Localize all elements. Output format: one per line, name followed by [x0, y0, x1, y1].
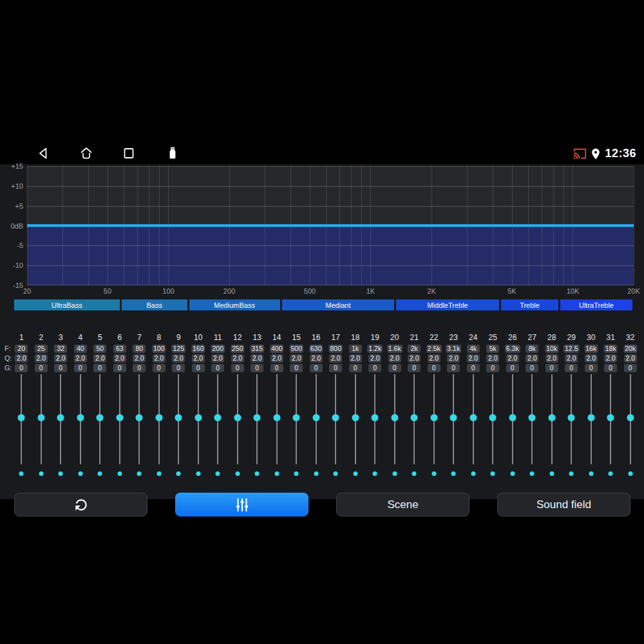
band-g-value[interactable]: 0: [604, 364, 617, 372]
band-q-value[interactable]: 2.0: [388, 354, 401, 363]
band-g-value[interactable]: 0: [35, 364, 48, 372]
band-g-value[interactable]: 0: [545, 364, 558, 372]
slider-knob[interactable]: [116, 414, 123, 421]
band-f-value[interactable]: 1k: [349, 345, 362, 353]
slider-knob[interactable]: [430, 414, 437, 421]
band-f-value[interactable]: 1.2k: [367, 345, 383, 353]
band-g-value[interactable]: 0: [565, 364, 578, 372]
recents-button[interactable]: [121, 146, 137, 161]
band-f-value[interactable]: 20k: [623, 345, 637, 353]
band-f-value[interactable]: 800: [328, 345, 343, 353]
band-g-value[interactable]: 0: [251, 364, 263, 372]
sound-field-button[interactable]: Sound field: [497, 493, 630, 516]
band-q-value[interactable]: 2.0: [133, 354, 146, 363]
slider-knob[interactable]: [57, 414, 64, 421]
slider-knob[interactable]: [175, 414, 182, 421]
band-f-value[interactable]: 160: [191, 345, 205, 353]
band-g-value[interactable]: 0: [408, 364, 421, 372]
band-f-value[interactable]: 2.5k: [426, 345, 442, 353]
usb-button[interactable]: [165, 146, 180, 161]
slider-knob[interactable]: [194, 414, 202, 421]
band-g-value[interactable]: 0: [93, 364, 106, 372]
band-g-value[interactable]: 0: [349, 364, 362, 372]
band-q-value[interactable]: 2.0: [251, 354, 263, 363]
band-q-value[interactable]: 2.0: [192, 354, 205, 363]
band-f-value[interactable]: 80: [133, 345, 146, 353]
equalizer-button[interactable]: [175, 493, 308, 516]
band-g-value[interactable]: 0: [153, 364, 166, 372]
band-f-value[interactable]: 16k: [584, 345, 598, 353]
slider-knob[interactable]: [352, 414, 359, 421]
slider-knob[interactable]: [411, 414, 418, 421]
band-f-value[interactable]: 12.5: [564, 345, 579, 353]
slider-knob[interactable]: [607, 414, 614, 421]
band-f-value[interactable]: 25: [35, 345, 48, 353]
slider-knob[interactable]: [627, 414, 634, 421]
band-f-value[interactable]: 630: [309, 345, 323, 353]
slider-knob[interactable]: [214, 414, 222, 421]
band-f-value[interactable]: 315: [250, 345, 264, 353]
band-g-value[interactable]: 0: [54, 364, 67, 372]
slider-knob[interactable]: [97, 414, 104, 421]
band-f-value[interactable]: 50: [93, 345, 106, 353]
band-g-value[interactable]: 0: [428, 364, 440, 372]
band-g-value[interactable]: 0: [329, 364, 342, 372]
band-f-value[interactable]: 100: [152, 345, 166, 353]
slider-knob[interactable]: [293, 414, 300, 421]
band-q-value[interactable]: 2.0: [153, 354, 166, 363]
band-f-value[interactable]: 20: [15, 345, 28, 353]
band-g-value[interactable]: 0: [211, 364, 224, 372]
band-f-value[interactable]: 250: [231, 345, 245, 353]
band-g-value[interactable]: 0: [388, 364, 401, 372]
band-g-value[interactable]: 0: [486, 364, 499, 372]
band-g-value[interactable]: 0: [506, 364, 519, 372]
slider-knob[interactable]: [254, 414, 261, 421]
band-g-value[interactable]: 0: [290, 364, 303, 372]
band-g-value[interactable]: 0: [133, 364, 146, 372]
band-q-value[interactable]: 2.0: [486, 354, 499, 363]
band-f-value[interactable]: 40: [74, 345, 87, 353]
band-g-value[interactable]: 0: [624, 364, 637, 372]
band-q-value[interactable]: 2.0: [565, 354, 578, 363]
band-g-value[interactable]: 0: [172, 364, 185, 372]
band-f-value[interactable]: 500: [289, 345, 303, 353]
band-f-value[interactable]: 10k: [545, 345, 558, 353]
slider-knob[interactable]: [372, 414, 379, 421]
band-g-value[interactable]: 0: [15, 364, 28, 372]
band-f-value[interactable]: 5k: [486, 345, 499, 353]
band-q-value[interactable]: 2.0: [231, 354, 244, 363]
band-q-value[interactable]: 2.0: [447, 354, 460, 363]
band-q-value[interactable]: 2.0: [93, 354, 106, 363]
band-f-value[interactable]: 125: [171, 345, 185, 353]
band-q-value[interactable]: 2.0: [506, 354, 519, 363]
slider-knob[interactable]: [18, 414, 25, 421]
band-g-value[interactable]: 0: [74, 364, 87, 372]
band-f-value[interactable]: 4k: [467, 345, 480, 353]
band-g-value[interactable]: 0: [585, 364, 598, 372]
band-q-value[interactable]: 2.0: [624, 354, 637, 363]
band-q-value[interactable]: 2.0: [585, 354, 598, 363]
band-g-value[interactable]: 0: [467, 364, 480, 372]
band-f-value[interactable]: 2k: [408, 345, 421, 353]
home-button[interactable]: [79, 146, 94, 161]
band-q-value[interactable]: 2.0: [408, 354, 421, 363]
band-g-value[interactable]: 0: [368, 364, 381, 372]
slider-knob[interactable]: [77, 414, 84, 421]
band-q-value[interactable]: 2.0: [270, 354, 283, 363]
band-f-value[interactable]: 32: [54, 345, 67, 353]
band-q-value[interactable]: 2.0: [467, 354, 480, 363]
slider-knob[interactable]: [587, 414, 594, 421]
band-q-value[interactable]: 2.0: [526, 354, 538, 363]
slider-knob[interactable]: [312, 414, 319, 421]
scene-button[interactable]: Scene: [336, 493, 469, 516]
band-g-value[interactable]: 0: [526, 364, 538, 372]
slider-knob[interactable]: [391, 414, 398, 421]
reset-button[interactable]: [14, 493, 147, 516]
band-f-value[interactable]: 8k: [526, 345, 538, 353]
band-f-value[interactable]: 400: [270, 345, 284, 353]
band-q-value[interactable]: 2.0: [172, 354, 185, 363]
slider-knob[interactable]: [332, 414, 339, 421]
slider-knob[interactable]: [568, 414, 575, 421]
slider-knob[interactable]: [529, 414, 536, 421]
band-f-value[interactable]: 18k: [604, 345, 618, 353]
